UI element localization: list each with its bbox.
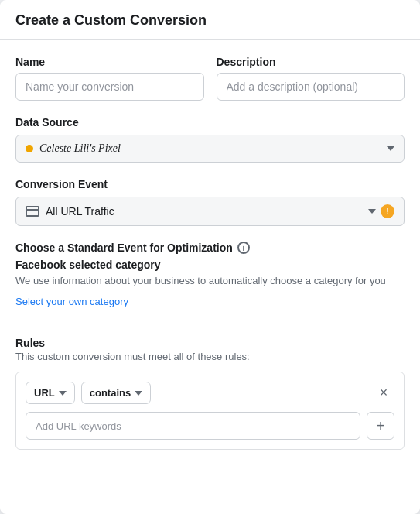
chevron-down-icon <box>387 146 394 151</box>
optimize-desc: We use information about your business t… <box>15 274 405 288</box>
url-input-row: + <box>26 412 394 440</box>
optimize-section: Choose a Standard Event for Optimization… <box>15 242 405 308</box>
add-rule-button[interactable]: + <box>367 412 394 440</box>
divider <box>15 324 405 324</box>
rules-desc: This custom conversion must meet all of … <box>15 351 405 362</box>
create-custom-conversion-modal: Create a Custom Conversion Name Descript… <box>0 0 420 514</box>
pixel-dot-icon <box>26 145 33 152</box>
name-input[interactable] <box>15 73 204 101</box>
conversion-event-dropdown[interactable]: All URL Traffic ! <box>15 197 405 226</box>
description-label: Description <box>217 56 405 68</box>
event-value: All URL Traffic <box>46 205 114 218</box>
modal-body: Name Description Data Source Celeste Lil… <box>0 40 420 468</box>
name-label: Name <box>15 56 204 68</box>
condition-dropdown[interactable]: contains <box>81 382 151 404</box>
description-input[interactable] <box>217 73 405 101</box>
optimize-category: Facebook selected category <box>15 259 405 271</box>
conversion-event-section: Conversion Event All URL Traffic ! <box>15 178 405 226</box>
rules-section: Rules This custom conversion must meet a… <box>15 337 405 450</box>
rule-row: URL contains × <box>26 382 394 404</box>
modal-title: Create a Custom Conversion <box>15 12 405 29</box>
warning-icon: ! <box>381 204 394 218</box>
browser-icon <box>26 206 39 217</box>
conversion-event-label: Conversion Event <box>15 178 405 190</box>
modal-header: Create a Custom Conversion <box>0 0 420 40</box>
url-type-dropdown[interactable]: URL <box>26 382 75 404</box>
url-keywords-input[interactable] <box>26 412 360 440</box>
condition-chevron-icon <box>135 391 142 396</box>
optimize-title: Choose a Standard Event for Optimization… <box>15 242 405 254</box>
data-source-label: Data Source <box>15 116 405 128</box>
name-description-row: Name Description <box>15 56 405 101</box>
event-left: All URL Traffic <box>26 205 114 218</box>
remove-rule-button[interactable]: × <box>373 382 394 404</box>
description-group: Description <box>217 56 405 101</box>
data-source-dropdown[interactable]: Celeste Lili's Pixel <box>15 135 405 163</box>
data-source-section: Data Source Celeste Lili's Pixel <box>15 116 405 163</box>
url-type-chevron-icon <box>59 391 67 396</box>
select-own-category-link[interactable]: Select your own category <box>15 296 128 307</box>
info-icon[interactable]: i <box>237 242 250 254</box>
event-chevron-icon <box>368 209 376 214</box>
rule-box: URL contains × + <box>15 372 405 450</box>
pixel-name: Celeste Lili's Pixel <box>39 142 121 155</box>
rule-selects: URL contains <box>26 382 151 404</box>
rules-title: Rules <box>15 337 405 349</box>
name-group: Name <box>15 56 204 101</box>
data-source-left: Celeste Lili's Pixel <box>26 142 121 155</box>
event-right: ! <box>368 204 394 218</box>
